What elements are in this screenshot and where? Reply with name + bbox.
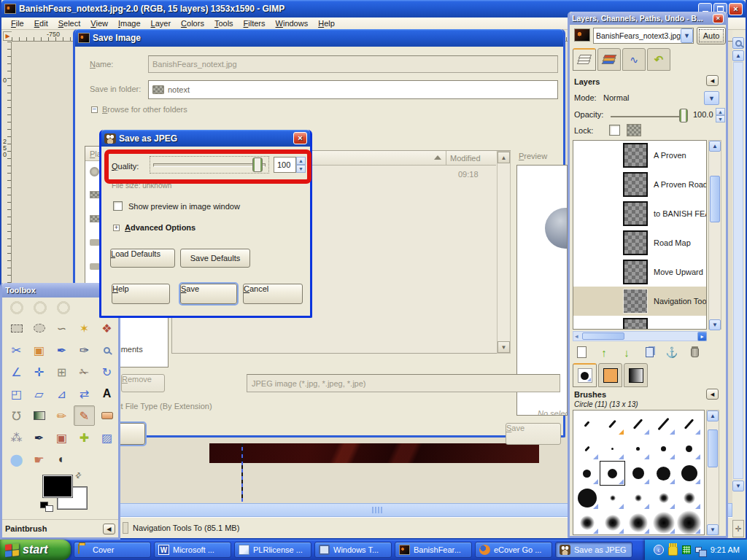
spin-down-icon[interactable]: ▼	[716, 115, 725, 122]
tool-shear[interactable]: ▱	[28, 384, 50, 404]
tool-free-select[interactable]: ∽	[51, 318, 72, 338]
layer-row[interactable]: to BANISH FEAR	[573, 199, 706, 228]
brush-item[interactable]	[600, 436, 625, 461]
layer-row[interactable]: A Proven Road Ma	[573, 170, 706, 199]
collapse-arrow-button[interactable]: ◂	[706, 389, 719, 400]
layers-hscrollbar[interactable]: ◂ ▸	[573, 331, 707, 341]
swap-colors-icon[interactable]: ⇄	[73, 470, 82, 481]
brush-item[interactable]	[574, 486, 600, 510]
brush-item[interactable]	[676, 510, 702, 535]
tool-color-picker[interactable]: ✑	[74, 340, 95, 360]
scroll-down-button[interactable]: ▼	[498, 341, 510, 353]
scroll-thumb[interactable]	[710, 176, 720, 222]
cancel-button[interactable]: Cancel	[243, 284, 303, 304]
filename-input[interactable]: BanishFears_notext.jpg	[148, 55, 558, 73]
brush-item[interactable]	[676, 461, 702, 486]
tool-blur[interactable]: ⬤	[6, 449, 27, 470]
spin-down-icon[interactable]: ▼	[296, 165, 306, 173]
brush-item[interactable]	[600, 510, 625, 535]
layers-titlebar[interactable]: Layers, Channels, Paths, Undo - B... ×	[570, 12, 726, 25]
scroll-up-button[interactable]: ▲	[707, 411, 719, 421]
brush-item[interactable]	[625, 411, 651, 436]
tool-clone[interactable]: ▣	[51, 427, 72, 448]
save-defaults-button[interactable]: Save Defaults	[180, 249, 250, 268]
close-button[interactable]: ×	[293, 132, 307, 144]
status-resize-grip[interactable]	[123, 522, 128, 534]
tool-gradient[interactable]	[28, 405, 50, 426]
tool-foreground-select[interactable]: ▣	[28, 340, 50, 360]
tool-move[interactable]: ✛	[28, 362, 50, 382]
menu-image[interactable]: Image	[113, 19, 146, 28]
layer-row[interactable]: Navigation Tools T	[573, 287, 706, 316]
spin-up-icon[interactable]: ▲	[296, 157, 306, 165]
place-recent-icon[interactable]	[90, 167, 99, 176]
delete-layer-button[interactable]	[686, 344, 703, 360]
slider-handle[interactable]	[252, 158, 263, 172]
layer-name[interactable]: A Proven Road Ma	[654, 180, 707, 189]
advanced-options-expander[interactable]: + Advanced Options	[113, 223, 196, 232]
pan-navigation-button[interactable]: ✛	[732, 520, 744, 537]
brush-item[interactable]	[600, 486, 625, 510]
tool-flip[interactable]: ⇄	[74, 384, 95, 404]
brush-item[interactable]	[676, 436, 702, 461]
tool-eraser[interactable]	[96, 405, 117, 426]
place-folder-icon[interactable]	[90, 215, 100, 222]
tool-rotate[interactable]: ↻	[96, 362, 117, 382]
brush-item[interactable]	[625, 436, 651, 461]
menu-file[interactable]: File	[6, 19, 29, 28]
tool-perspective[interactable]: ⊿	[51, 384, 72, 404]
vscroll-trough[interactable]	[733, 62, 743, 479]
close-button[interactable]: ×	[729, 3, 743, 15]
raise-layer-button[interactable]: ↑	[595, 344, 613, 360]
tab-paths[interactable]: ∿	[622, 48, 646, 71]
tab-gradients[interactable]	[624, 363, 648, 387]
layer-thumbnail[interactable]	[623, 143, 648, 168]
menu-select[interactable]: Select	[53, 19, 86, 28]
brush-item[interactable]	[625, 510, 651, 535]
brush-item[interactable]	[574, 510, 600, 535]
help-button[interactable]: Help	[112, 284, 170, 304]
tool-ink[interactable]: ✒	[28, 427, 50, 448]
brush-item[interactable]	[651, 461, 676, 486]
brush-item[interactable]	[651, 436, 676, 461]
opacity-value[interactable]: 100.0	[693, 110, 713, 119]
brush-item[interactable]	[574, 411, 600, 436]
tab-layers[interactable]	[573, 48, 596, 71]
jpeg-dialog-titlebar[interactable]: Save as JPEG ×	[101, 130, 310, 147]
tool-paths[interactable]: ✒	[51, 340, 72, 360]
menu-filters[interactable]: Filters	[239, 19, 271, 28]
show-preview-row[interactable]: Show preview in image window	[113, 201, 240, 211]
scroll-down-button[interactable]: ▼	[707, 524, 719, 535]
tool-airbrush[interactable]: ⁂	[6, 427, 27, 448]
save-button[interactable]: Save	[180, 284, 237, 304]
layer-thumbnail[interactable]	[623, 201, 648, 226]
spinner-arrows[interactable]: ▲▼	[296, 157, 306, 173]
scroll-thumb[interactable]	[582, 332, 624, 340]
tool-scissors-select[interactable]: ✂	[6, 340, 27, 360]
menu-layer[interactable]: Layer	[146, 19, 177, 28]
layer-name[interactable]: to BANISH FEAR	[654, 209, 707, 218]
quality-value[interactable]: 100	[274, 157, 296, 173]
collapse-arrow-button[interactable]: ◂	[103, 524, 115, 534]
task-button-microsoft[interactable]: WMicrosoft ...	[154, 542, 231, 558]
layer-name[interactable]: A Proven	[654, 151, 686, 160]
file-list-vscrollbar[interactable]: ▲ ▼	[497, 151, 511, 354]
hide-icons-chevron[interactable]: ‹	[654, 545, 664, 555]
brush-item[interactable]	[574, 461, 600, 486]
collapse-arrow-button[interactable]: ◂	[706, 75, 719, 86]
layer-name[interactable]: Move Upward	[654, 268, 703, 276]
tool-text[interactable]: A	[96, 384, 117, 404]
layer-thumbnail[interactable]	[623, 172, 648, 197]
layer-thumbnail[interactable]	[623, 260, 648, 284]
scroll-down-button[interactable]: ▼	[732, 481, 744, 491]
layer-thumbnail[interactable]	[623, 318, 648, 330]
quality-slider[interactable]	[150, 156, 269, 174]
slider-track[interactable]	[153, 163, 266, 167]
tool-smudge[interactable]: ☛	[28, 449, 50, 470]
scroll-down-button[interactable]: ▼	[709, 319, 721, 330]
menu-windows[interactable]: Windows	[271, 19, 314, 28]
tool-paintbrush[interactable]: ✎	[74, 405, 95, 426]
load-defaults-button[interactable]: Load Defaults	[110, 249, 175, 268]
place-drive-icon[interactable]	[90, 239, 100, 246]
filetype-field[interactable]: JPEG image (*.jpg, *.jpeg, *.jpe)	[247, 374, 560, 392]
